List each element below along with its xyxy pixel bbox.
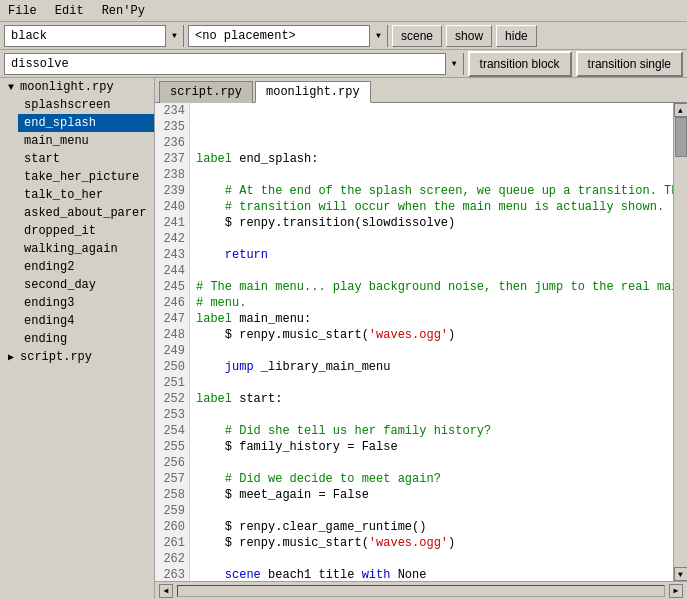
tab-script-rpy[interactable]: script.rpy [159,81,253,103]
tree-root-script[interactable]: ▶ script.rpy [0,348,154,366]
tree-root-moonlight[interactable]: ▼ moonlight.rpy [0,78,154,96]
code-line-238 [190,167,673,183]
sidebar-item-end_splash[interactable]: end_splash [18,114,154,132]
menu-renpy[interactable]: Ren'Py [98,4,149,18]
code-line-241: $ renpy.transition(slowdissolve) [190,215,673,231]
code-line-255: $ family_history = False [190,439,673,455]
code-line-257: # Did we decide to meet again? [190,471,673,487]
toolbar1: black ▼ <no placement> ▼ scene show hide [0,22,687,50]
color-combo-value: black [5,29,165,43]
sidebar-item-ending4[interactable]: ending4 [18,312,154,330]
hide-button[interactable]: hide [496,25,537,47]
scroll-thumb[interactable] [675,117,687,157]
sidebar-item-talk_to_her[interactable]: talk_to_her [18,186,154,204]
sidebar-item-main_menu[interactable]: main_menu [18,132,154,150]
dissolve-combo-value: dissolve [5,57,445,71]
sidebar[interactable]: ▼ moonlight.rpy splashscreen end_splash … [0,78,155,599]
toolbar2: dissolve ▼ transition block transition s… [0,50,687,78]
tree-label-script: script.rpy [20,350,92,364]
code-line-251 [190,375,673,391]
code-line-240: # transition will occur when the main me… [190,199,673,215]
transition-single-button[interactable]: transition single [576,51,683,77]
code-line-258: $ meet_again = False [190,487,673,503]
code-line-234 [190,103,673,119]
placement-combo-dropdown[interactable]: ▼ [369,25,387,47]
tree-toggle-script[interactable]: ▶ [4,350,18,364]
code-line-249 [190,343,673,359]
code-line-260: $ renpy.clear_game_runtime() [190,519,673,535]
code-line-261: $ renpy.music_start('waves.ogg') [190,535,673,551]
line-numbers: 234 235 236 237 238 239 240 241 242 243 … [155,103,190,581]
code-line-247: label main_menu: [190,311,673,327]
tab-moonlight-rpy[interactable]: moonlight.rpy [255,81,371,103]
code-line-263: scene beach1 title with None [190,567,673,581]
color-combo[interactable]: black ▼ [4,25,184,47]
sidebar-item-take_her_picture[interactable]: take_her_picture [18,168,154,186]
code-line-242 [190,231,673,247]
scroll-track[interactable] [674,117,688,567]
sidebar-item-ending[interactable]: ending [18,330,154,348]
sidebar-item-second_day[interactable]: second_day [18,276,154,294]
tree-children-moonlight: splashscreen end_splash main_menu start … [0,96,154,348]
scroll-down-btn[interactable]: ▼ [674,567,688,581]
dissolve-combo-dropdown[interactable]: ▼ [445,53,463,75]
tree-toggle-moonlight[interactable]: ▼ [4,80,18,94]
code-line-245: # The main menu... play background noise… [190,279,673,295]
hscroll-track[interactable] [177,585,665,597]
sidebar-item-asked_about_parer[interactable]: asked_about_parer [18,204,154,222]
code-content[interactable]: label end_splash: # At the end of the sp… [190,103,673,581]
code-line-262 [190,551,673,567]
placement-combo-value: <no placement> [189,29,369,43]
code-line-253 [190,407,673,423]
sidebar-item-ending3[interactable]: ending3 [18,294,154,312]
main-content: ▼ moonlight.rpy splashscreen end_splash … [0,78,687,599]
hscroll-right-btn[interactable]: ▶ [669,584,683,598]
menu-file[interactable]: File [4,4,41,18]
sidebar-item-ending2[interactable]: ending2 [18,258,154,276]
tabs: script.rpy moonlight.rpy [155,78,687,103]
code-editor: 234 235 236 237 238 239 240 241 242 243 … [155,103,687,581]
code-line-237: label end_splash: [190,151,673,167]
code-line-244 [190,263,673,279]
editor-area: script.rpy moonlight.rpy 234 235 236 237… [155,78,687,599]
menubar: File Edit Ren'Py [0,0,687,22]
code-line-248: $ renpy.music_start('waves.ogg') [190,327,673,343]
tree-label-moonlight: moonlight.rpy [20,80,114,94]
code-line-243: return [190,247,673,263]
scroll-up-btn[interactable]: ▲ [674,103,688,117]
code-line-236 [190,135,673,151]
hscroll-left-btn[interactable]: ◀ [159,584,173,598]
sidebar-item-splashscreen[interactable]: splashscreen [18,96,154,114]
dissolve-combo[interactable]: dissolve ▼ [4,53,464,75]
show-button[interactable]: show [446,25,492,47]
code-line-235 [190,119,673,135]
code-line-246: # menu. [190,295,673,311]
code-line-256 [190,455,673,471]
placement-combo[interactable]: <no placement> ▼ [188,25,388,47]
sidebar-item-dropped_it[interactable]: dropped_it [18,222,154,240]
color-combo-dropdown[interactable]: ▼ [165,25,183,47]
statusbar: ◀ ▶ [155,581,687,599]
code-line-254: # Did she tell us her family history? [190,423,673,439]
code-line-252: label start: [190,391,673,407]
sidebar-item-start[interactable]: start [18,150,154,168]
code-line-259 [190,503,673,519]
code-line-239: # At the end of the splash screen, we qu… [190,183,673,199]
code-line-250: jump _library_main_menu [190,359,673,375]
scene-button[interactable]: scene [392,25,442,47]
transition-block-button[interactable]: transition block [468,51,572,77]
vertical-scrollbar[interactable]: ▲ ▼ [673,103,687,581]
sidebar-item-walking_again[interactable]: walking_again [18,240,154,258]
menu-edit[interactable]: Edit [51,4,88,18]
